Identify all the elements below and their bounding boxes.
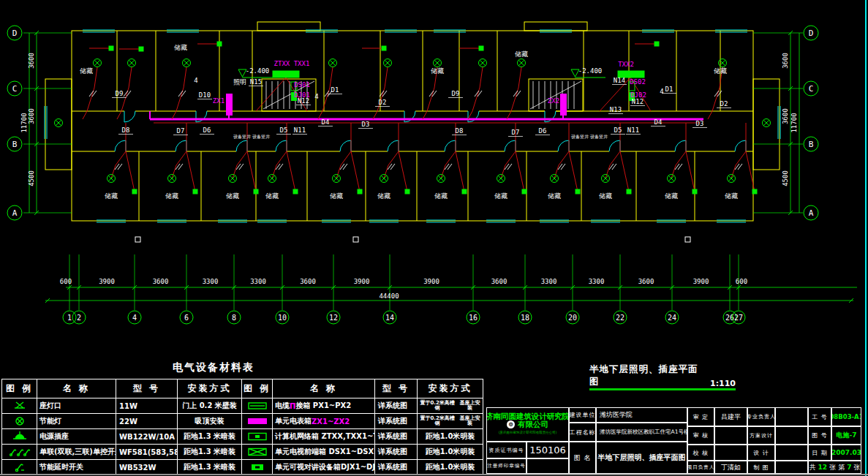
proofer-label: 校 核 xyxy=(687,445,714,461)
svg-text:N11: N11 xyxy=(294,126,306,134)
svg-text:D4: D4 xyxy=(654,118,663,126)
svg-text:3600: 3600 xyxy=(28,53,35,69)
svg-text:储藏: 储藏 xyxy=(494,192,507,200)
plan-labels-layer: 储藏储藏储藏储藏储藏储藏储藏储藏储藏储藏储藏储藏储藏储藏储藏储藏储藏D9D10D… xyxy=(80,44,738,200)
equipment-model: 11W xyxy=(116,398,178,414)
equipment-model: 详系统图 xyxy=(375,429,418,445)
equipment-model: WF581(583,585) xyxy=(116,445,178,460)
svg-text:N11: N11 xyxy=(627,126,639,134)
seal-value xyxy=(527,458,569,474)
materials-table-title: 电气设备材料表 xyxy=(173,361,254,374)
svg-text:-2.400: -2.400 xyxy=(246,67,270,75)
svg-text:11700: 11700 xyxy=(20,113,28,132)
svg-text:B: B xyxy=(809,140,814,149)
svg-text:3900: 3900 xyxy=(99,278,115,285)
date-label: 日 期 xyxy=(808,445,831,461)
svg-text:储藏: 储藏 xyxy=(599,192,612,200)
svg-text:D5: D5 xyxy=(614,126,622,134)
svg-text:4500: 4500 xyxy=(28,170,35,186)
walls-layer xyxy=(45,22,780,221)
approver-label: 审 定 xyxy=(687,407,714,426)
install-method: 距地1.3 米暗装 xyxy=(178,445,242,460)
svg-text:ZX1: ZX1 xyxy=(213,97,224,105)
equipment-name: 节能延时开关 xyxy=(37,460,116,475)
wall-lamp-icon xyxy=(2,398,37,414)
table-header: 图 例 xyxy=(2,379,37,398)
svg-text:2: 2 xyxy=(77,314,81,322)
svg-text:12: 12 xyxy=(329,314,338,322)
svg-text:D9: D9 xyxy=(452,90,460,97)
install-method: 距地1.3 米暗装 xyxy=(178,429,242,445)
equipment-name: 电缆Π接箱 PX1~PX2 xyxy=(273,398,375,414)
svg-text:3600: 3600 xyxy=(491,278,507,285)
svg-text:储藏: 储藏 xyxy=(105,192,118,200)
sheet-name-value: 半地下层照明、插座平面图 xyxy=(596,442,687,474)
equipment-model: WB122W/10A xyxy=(116,429,178,445)
svg-text:22: 22 xyxy=(616,314,624,322)
install-method: 距地1.3 米暗装 xyxy=(178,460,242,475)
svg-text:3600: 3600 xyxy=(153,278,169,285)
company-subtitle: (原济南市建筑设计研究院有限责任公司) xyxy=(498,428,556,437)
company-logo-icon: ⊜ xyxy=(507,420,515,428)
svg-text:N15: N15 xyxy=(250,78,262,86)
svg-text:D2: D2 xyxy=(379,99,387,106)
drawing-no-value: 电施-7 xyxy=(831,426,861,445)
svg-text:储藏: 储藏 xyxy=(665,192,678,200)
svg-text:D9: D9 xyxy=(116,90,124,97)
svg-text:3300: 3300 xyxy=(541,278,557,285)
sheet-name-label: 图 名 xyxy=(569,442,596,474)
scheme-design-label: 方案设计 xyxy=(747,426,775,445)
client-value: 潍坊医学院 xyxy=(596,407,687,423)
svg-text:DS01: DS01 xyxy=(294,81,310,88)
svg-text:储藏: 储藏 xyxy=(725,192,738,200)
svg-text:N14: N14 xyxy=(614,77,625,84)
project-value: 潍坊医学院新校区教职工住宅A1号楼 xyxy=(596,423,687,442)
seal-label: 注册师印章编号 xyxy=(486,458,527,474)
svg-text:TXX2: TXX2 xyxy=(618,61,634,68)
equipment-name: 单元可视对讲设备箱DJX1~DJX2 xyxy=(273,460,375,475)
project-label: 工程名称 xyxy=(569,423,596,442)
svg-text:3600: 3600 xyxy=(782,108,789,124)
svg-text:D6: D6 xyxy=(539,127,547,135)
svg-text:3600: 3600 xyxy=(300,278,316,285)
svg-text:4500: 4500 xyxy=(782,170,789,186)
svg-text:DJ02: DJ02 xyxy=(630,91,646,99)
svg-text:ZX2: ZX2 xyxy=(548,97,559,105)
svg-text:储藏: 储藏 xyxy=(434,192,448,200)
svg-text:DS02: DS02 xyxy=(630,78,646,86)
svg-text:4: 4 xyxy=(660,88,663,95)
svg-text:16: 16 xyxy=(469,314,478,322)
table-header: 型 号 xyxy=(116,379,178,398)
company-name-line2: ⊜ 有限公司 xyxy=(507,420,548,428)
meter-box-icon xyxy=(242,414,273,429)
svg-text:10: 10 xyxy=(278,314,287,322)
designer-label: 设 计 xyxy=(747,445,775,461)
checker-label: 审 核 xyxy=(687,426,714,445)
materials-table: 图 例名 称型 号安装方式图 例名 称型 号安装方式座灯口11W门上 0.2 米… xyxy=(1,379,483,475)
install-method: 置于0.2米高槽钢基座上安装 xyxy=(418,398,483,414)
svg-text:6: 6 xyxy=(184,314,189,322)
drawing-frame-right-edge xyxy=(865,0,867,476)
equipment-name: 单元电表箱 ZX1~ZX2 xyxy=(273,414,375,429)
svg-text:储藏: 储藏 xyxy=(265,192,279,200)
svg-text:储藏: 储藏 xyxy=(165,192,178,200)
svg-text:3300: 3300 xyxy=(589,278,605,285)
svg-text:D2: D2 xyxy=(720,100,728,107)
svg-text:N13: N13 xyxy=(610,106,622,113)
svg-text:D7: D7 xyxy=(512,129,520,136)
svg-text:D3: D3 xyxy=(696,120,704,127)
install-method: 距地1.0米明装 xyxy=(418,460,483,475)
svg-text:D3: D3 xyxy=(362,121,370,128)
install-method: 吸顶安装 xyxy=(178,414,242,429)
install-method: 距地1.0米明装 xyxy=(418,429,483,445)
svg-text:储藏: 储藏 xyxy=(174,44,187,51)
svg-text:A: A xyxy=(809,208,814,218)
svg-text:1: 1 xyxy=(67,314,72,322)
company-cell: 济南同圆建筑设计研究院 ⊜ 有限公司 (原济南市建筑设计研究院有限责任公司) xyxy=(486,407,569,442)
equipment-model: 详系统图 xyxy=(375,398,418,414)
proofer-value xyxy=(714,445,747,461)
equipment-name: 单联(双联,三联)单控开关 xyxy=(37,445,116,460)
svg-text:600: 600 xyxy=(736,278,747,285)
title-block: 济南同圆建筑设计研究院 ⊜ 有限公司 (原济南市建筑设计研究院有限责任公司) 资… xyxy=(486,407,861,474)
svg-text:D8: D8 xyxy=(122,126,130,134)
